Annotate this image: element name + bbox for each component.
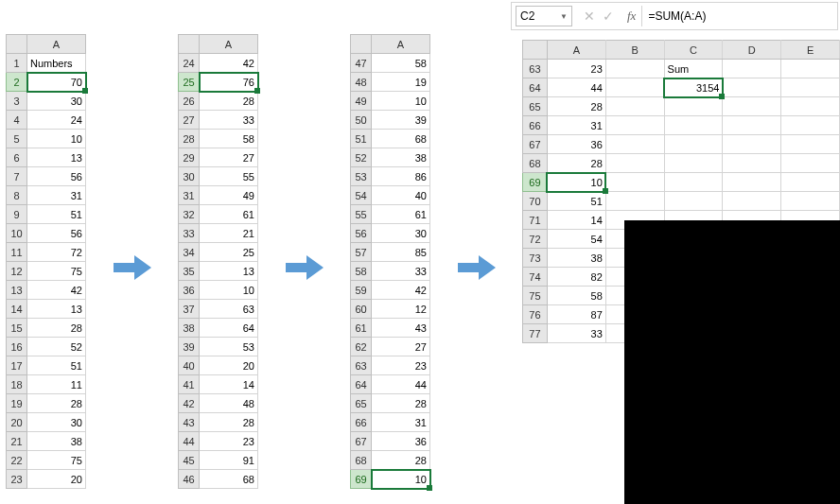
row-header[interactable]: 27 <box>179 111 200 130</box>
column-header[interactable]: A <box>547 41 605 60</box>
enter-icon[interactable]: ✓ <box>603 9 614 23</box>
cell[interactable] <box>664 135 723 154</box>
cell[interactable]: 13 <box>200 262 258 281</box>
cell[interactable]: 19 <box>372 73 430 92</box>
row-header[interactable]: 33 <box>179 224 200 243</box>
cell[interactable] <box>723 192 781 211</box>
row-header[interactable]: 10 <box>7 224 27 243</box>
cell[interactable] <box>605 116 664 135</box>
row-header[interactable]: 68 <box>351 451 372 470</box>
row-header[interactable]: 67 <box>351 432 372 451</box>
cell[interactable]: 61 <box>372 205 430 224</box>
row-header[interactable]: 52 <box>351 148 372 167</box>
grid-panel-1[interactable]: A1Numbers2703304245106137568319511056117… <box>6 34 86 489</box>
cell[interactable]: 68 <box>200 470 258 489</box>
row-header[interactable]: 13 <box>7 281 27 300</box>
cell[interactable]: 52 <box>27 338 86 356</box>
row-header[interactable]: 4 <box>7 111 27 130</box>
row-header[interactable]: 58 <box>351 262 372 281</box>
cell[interactable]: 10 <box>372 92 430 111</box>
row-header[interactable]: 22 <box>7 451 27 470</box>
cell[interactable]: 28 <box>200 92 258 111</box>
row-header[interactable]: 5 <box>7 130 27 148</box>
cell[interactable]: 23 <box>372 356 430 375</box>
cell[interactable] <box>781 135 840 154</box>
row-header[interactable]: 16 <box>7 338 27 356</box>
cell[interactable]: 36 <box>547 135 605 154</box>
cell[interactable]: 28 <box>547 97 605 116</box>
row-header[interactable]: 1 <box>7 54 27 73</box>
cell[interactable]: 44 <box>547 78 605 97</box>
row-header[interactable]: 34 <box>179 243 200 262</box>
cell[interactable]: 56 <box>27 224 86 243</box>
column-header[interactable]: A <box>200 35 258 54</box>
cell[interactable]: 43 <box>372 319 430 338</box>
cell[interactable]: 85 <box>372 243 430 262</box>
grid-panel-2[interactable]: A244225762628273328582927305531493261332… <box>178 34 258 489</box>
cell[interactable]: 20 <box>200 356 258 375</box>
cell[interactable] <box>664 173 723 192</box>
cell[interactable]: 76 <box>200 73 258 92</box>
row-header[interactable]: 51 <box>351 130 372 148</box>
cell[interactable] <box>723 78 781 97</box>
cell[interactable]: 55 <box>200 167 258 186</box>
cell[interactable] <box>723 173 781 192</box>
row-header[interactable]: 62 <box>351 338 372 356</box>
cell[interactable] <box>723 135 781 154</box>
row-header[interactable]: 73 <box>523 249 548 268</box>
row-header[interactable]: 70 <box>523 192 548 211</box>
cancel-icon[interactable]: ✕ <box>584 9 595 23</box>
column-header[interactable]: B <box>605 41 664 60</box>
row-header[interactable]: 41 <box>179 375 200 394</box>
cell[interactable]: 10 <box>372 470 430 489</box>
row-header[interactable]: 11 <box>7 243 27 262</box>
cell[interactable] <box>723 154 781 173</box>
cell[interactable]: 31 <box>547 116 605 135</box>
cell[interactable]: 30 <box>372 224 430 243</box>
row-header[interactable]: 76 <box>523 305 548 324</box>
row-header[interactable]: 2 <box>7 73 27 92</box>
cell[interactable]: 36 <box>372 432 430 451</box>
row-header[interactable]: 32 <box>179 205 200 224</box>
row-header[interactable]: 26 <box>179 92 200 111</box>
row-header[interactable]: 39 <box>179 338 200 356</box>
row-header[interactable]: 68 <box>523 154 548 173</box>
cell[interactable] <box>781 173 840 192</box>
row-header[interactable]: 42 <box>179 394 200 413</box>
cell[interactable]: 51 <box>27 356 86 375</box>
row-header[interactable]: 56 <box>351 224 372 243</box>
cell[interactable]: 12 <box>372 300 430 319</box>
cell[interactable]: 51 <box>27 205 86 224</box>
cell[interactable]: 11 <box>27 375 86 394</box>
row-header[interactable]: 64 <box>351 375 372 394</box>
row-header[interactable]: 12 <box>7 262 27 281</box>
cell[interactable]: 68 <box>372 130 430 148</box>
cell[interactable]: 38 <box>27 432 86 451</box>
cell[interactable]: 28 <box>547 154 605 173</box>
cell[interactable] <box>781 60 840 78</box>
row-header[interactable]: 75 <box>523 287 548 305</box>
row-header[interactable]: 38 <box>179 319 200 338</box>
cell[interactable]: 58 <box>547 287 605 305</box>
column-header[interactable]: C <box>664 41 723 60</box>
cell[interactable]: 48 <box>200 394 258 413</box>
row-header[interactable]: 65 <box>523 97 548 116</box>
name-box[interactable]: C2 ▼ <box>516 6 572 26</box>
row-header[interactable]: 77 <box>523 324 548 343</box>
cell[interactable]: 75 <box>27 262 86 281</box>
cell[interactable]: 54 <box>547 230 605 249</box>
cell[interactable] <box>781 97 840 116</box>
row-header[interactable]: 57 <box>351 243 372 262</box>
row-header[interactable]: 63 <box>351 356 372 375</box>
cell[interactable]: 28 <box>27 319 86 338</box>
column-header[interactable]: D <box>723 41 781 60</box>
cell[interactable]: 44 <box>372 375 430 394</box>
row-header[interactable]: 36 <box>179 281 200 300</box>
cell[interactable]: 33 <box>372 262 430 281</box>
cell[interactable]: 13 <box>27 300 86 319</box>
cell[interactable] <box>781 154 840 173</box>
cell[interactable]: 38 <box>372 148 430 167</box>
cell[interactable]: 10 <box>27 130 86 148</box>
column-header[interactable]: E <box>781 41 840 60</box>
cell[interactable]: 14 <box>547 211 605 230</box>
